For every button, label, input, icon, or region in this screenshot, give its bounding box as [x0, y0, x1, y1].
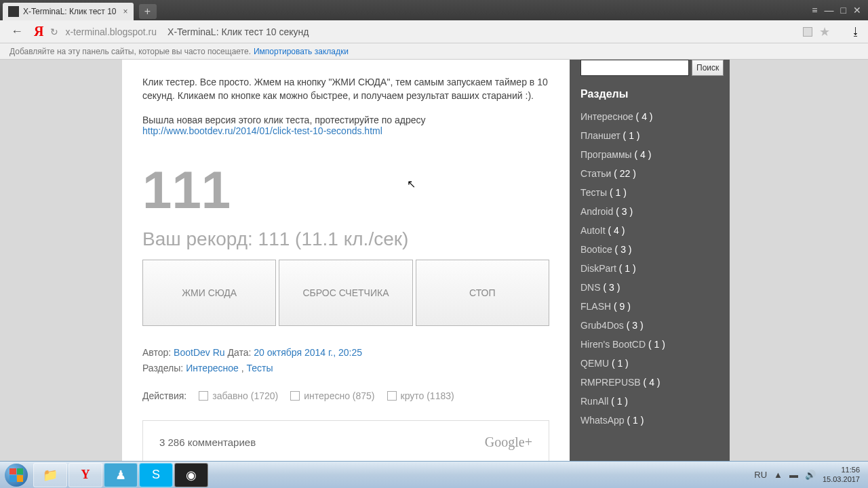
category-item[interactable]: Grub4Dos ( 3 )	[580, 320, 719, 331]
post-meta: Автор: BootDev Ru Дата: 20 октября 2014 …	[142, 345, 549, 375]
category-link[interactable]: RunAll	[580, 396, 608, 407]
menu-icon[interactable]: ≡	[812, 5, 817, 16]
category-item[interactable]: Планшет ( 1 )	[580, 130, 719, 141]
category-count: ( 1 )	[610, 187, 627, 198]
category-item[interactable]: AutoIt ( 4 )	[580, 225, 719, 236]
taskbar-item-skype[interactable]: S	[139, 463, 173, 487]
tray-flag-icon[interactable]: ▲	[774, 470, 783, 480]
category-link[interactable]: AutoIt	[580, 225, 606, 236]
tab-title: X-TerminaL: Клик тест 10	[23, 7, 117, 16]
category-count: ( 1 )	[627, 415, 644, 426]
taskbar-item-explorer[interactable]: 📁	[33, 463, 67, 487]
address-bar[interactable]: x-terminal.blogspot.ru	[65, 26, 157, 37]
reaction-cool[interactable]: круто (1183)	[387, 390, 454, 401]
browser-tab-strip: X-TerminaL: Клик тест 10 × + ≡ — □ ✕	[0, 0, 868, 20]
category-count: ( 4 )	[608, 225, 625, 236]
tray-network-icon[interactable]: ▬	[789, 470, 798, 480]
tab-close-icon[interactable]: ×	[123, 7, 128, 16]
category-item[interactable]: DiskPart ( 1 )	[580, 263, 719, 274]
comments-header: 3 286 комментариев Google+	[142, 420, 549, 464]
category-link[interactable]: Grub4Dos	[580, 320, 624, 331]
category-link[interactable]: FLASH	[580, 301, 611, 312]
category-count: ( 9 )	[614, 301, 631, 312]
section-link[interactable]: Интересное	[186, 363, 239, 373]
minimize-icon[interactable]: —	[825, 5, 834, 16]
category-list: Интересное ( 4 )Планшет ( 1 )Программы (…	[580, 111, 719, 426]
category-item[interactable]: RMPREPUSB ( 4 )	[580, 377, 719, 388]
category-item[interactable]: QEMU ( 1 )	[580, 358, 719, 369]
category-item[interactable]: Bootice ( 3 )	[580, 244, 719, 255]
new-version-text: Вышла новая версия этого клик теста, про…	[142, 115, 549, 136]
category-link[interactable]: WhatsApp	[580, 415, 625, 426]
category-link[interactable]: Программы	[580, 149, 632, 160]
click-counter: 111	[142, 163, 549, 216]
author-link[interactable]: BootDev Ru	[174, 347, 224, 358]
checkbox-icon[interactable]	[199, 391, 208, 401]
category-item[interactable]: Интересное ( 4 )	[580, 111, 719, 122]
sidebar: Поиск Разделы Интересное ( 4 )Планшет ( …	[570, 60, 730, 488]
category-link[interactable]: RMPREPUSB	[580, 377, 641, 388]
category-link[interactable]: DiskPart	[580, 263, 616, 274]
comments-count: 3 286 комментариев	[159, 436, 256, 448]
category-link[interactable]: QEMU	[580, 358, 609, 369]
stop-button[interactable]: СТОП	[416, 260, 549, 326]
active-tab[interactable]: X-TerminaL: Клик тест 10 ×	[3, 3, 134, 20]
category-item[interactable]: Статьи ( 22 )	[580, 168, 719, 179]
category-item[interactable]: Hiren's BootCD ( 1 )	[580, 339, 719, 350]
search-input[interactable]	[580, 60, 689, 76]
date-link[interactable]: 20 октября 2014 г., 20:25	[254, 347, 362, 358]
category-item[interactable]: RunAll ( 1 )	[580, 396, 719, 407]
taskbar-item-yandex[interactable]: Y	[68, 463, 102, 487]
windows-taskbar: 📁 Y ♟ S ◉ RU ▲ ▬ 🔊 11:56 15.03.2017	[0, 461, 868, 488]
system-tray: RU ▲ ▬ 🔊 11:56 15.03.2017	[754, 466, 868, 483]
checkbox-icon[interactable]	[387, 391, 397, 401]
checkbox-icon[interactable]	[290, 391, 300, 401]
search-button[interactable]: Поиск	[692, 60, 724, 76]
category-link[interactable]: Bootice	[580, 244, 612, 255]
reset-counter-button[interactable]: СБРОС СЧЕТЧИКА	[279, 260, 412, 326]
downloads-icon[interactable]: ⭳	[850, 26, 861, 38]
tray-volume-icon[interactable]: 🔊	[805, 470, 816, 480]
bookmark-star-icon[interactable]: ★	[819, 24, 830, 39]
category-item[interactable]: Программы ( 4 )	[580, 149, 719, 160]
intro-text: Клик тестер. Все просто. Жмем на кнопку …	[142, 76, 549, 102]
new-version-link[interactable]: http://www.bootdev.ru/2014/01/click-test…	[142, 125, 382, 136]
tray-lang[interactable]: RU	[754, 470, 767, 480]
category-item[interactable]: WhatsApp ( 1 )	[580, 415, 719, 426]
reload-button[interactable]: ↻	[50, 26, 58, 37]
reaction-funny[interactable]: забавно (1720)	[199, 390, 278, 401]
window-close-icon[interactable]: ✕	[853, 5, 861, 16]
section-link[interactable]: Тесты	[247, 363, 273, 373]
category-item[interactable]: Тесты ( 1 )	[580, 187, 719, 198]
category-item[interactable]: FLASH ( 9 )	[580, 301, 719, 312]
category-item[interactable]: DNS ( 3 )	[580, 282, 719, 293]
category-link[interactable]: Тесты	[580, 187, 607, 198]
category-count: ( 3 )	[603, 282, 620, 293]
taskbar-item-obs[interactable]: ◉	[174, 463, 208, 487]
category-item[interactable]: Android ( 3 )	[580, 206, 719, 217]
taskbar-item-app[interactable]: ♟	[104, 463, 138, 487]
category-link[interactable]: Интересное	[580, 111, 633, 122]
category-link[interactable]: DNS	[580, 282, 601, 293]
import-bookmarks-link[interactable]: Импортировать закладки	[254, 47, 349, 56]
reaction-interesting[interactable]: интересно (875)	[290, 390, 374, 401]
tab-favicon	[8, 6, 19, 17]
page-viewport: Клик тестер. Все просто. Жмем на кнопку …	[0, 60, 868, 488]
category-count: ( 1 )	[619, 263, 636, 274]
new-tab-button[interactable]: +	[139, 4, 157, 19]
category-count: ( 3 )	[616, 206, 633, 217]
category-link[interactable]: Hiren's BootCD	[580, 339, 646, 350]
category-link[interactable]: Планшет	[580, 130, 620, 141]
record-text: Ваш рекорд: 111 (11.1 кл./сек)	[142, 228, 549, 250]
click-here-button[interactable]: ЖМИ СЮДА	[142, 260, 276, 326]
back-button[interactable]: ←	[7, 23, 27, 40]
maximize-icon[interactable]: □	[841, 5, 846, 16]
start-button[interactable]	[0, 462, 33, 489]
lock-icon[interactable]	[803, 27, 812, 37]
category-count: ( 4 )	[644, 377, 660, 388]
reactions-row: Действия: забавно (1720) интересно (875)…	[142, 390, 549, 401]
tray-clock[interactable]: 11:56 15.03.2017	[823, 466, 860, 483]
browser-logo[interactable]: Я	[34, 24, 43, 39]
category-link[interactable]: Android	[580, 206, 613, 217]
category-link[interactable]: Статьи	[580, 168, 611, 179]
